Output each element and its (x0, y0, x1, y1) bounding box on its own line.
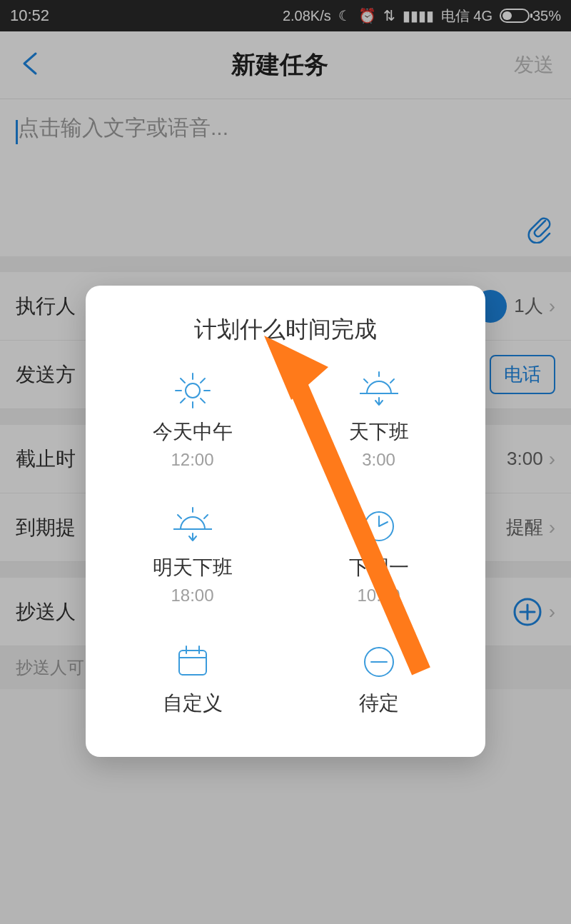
option-tomorrow-offwork[interactable]: 明天下班 18:00 (103, 503, 282, 606)
svg-line-6 (181, 378, 185, 383)
option-label: 明天下班 (153, 554, 233, 581)
svg-line-16 (178, 515, 181, 518)
option-time: 10:00 (357, 586, 400, 606)
time-picker-modal: 计划什么时间完成 今天中午 12:00 天下班 3:00 明 (86, 286, 485, 757)
option-label: 自定义 (163, 690, 223, 717)
screen: 10:52 2.08K/s ☾ ⏰ ⇅ ▮▮▮▮ 电信 4G 35% 新建任务 … (0, 0, 571, 924)
option-label: 待定 (359, 690, 399, 717)
clock-icon (354, 503, 404, 550)
svg-line-13 (390, 379, 394, 383)
option-time: 3:00 (362, 450, 395, 470)
option-label: 下周一 (349, 554, 409, 581)
svg-line-7 (201, 398, 205, 403)
calendar-icon (168, 638, 218, 686)
sunset-icon (354, 367, 404, 414)
svg-rect-19 (179, 651, 206, 675)
sun-icon (168, 367, 218, 414)
option-time: 12:00 (171, 450, 213, 470)
svg-line-17 (204, 515, 208, 518)
option-label: 今天中午 (153, 418, 233, 446)
svg-line-8 (181, 398, 185, 403)
sunset-icon (168, 503, 218, 550)
time-options-grid: 今天中午 12:00 天下班 3:00 明天下班 18:00 (103, 367, 468, 721)
option-time: 18:00 (171, 586, 213, 606)
option-label: 天下班 (349, 418, 409, 446)
modal-title: 计划什么时间完成 (103, 314, 468, 346)
option-custom[interactable]: 自定义 (103, 638, 282, 721)
svg-line-12 (364, 379, 368, 383)
minus-circle-icon (354, 638, 404, 686)
option-today-offwork[interactable]: 天下班 3:00 (289, 367, 468, 470)
option-pending[interactable]: 待定 (289, 638, 468, 721)
option-today-noon[interactable]: 今天中午 12:00 (103, 367, 282, 470)
option-next-monday[interactable]: 下周一 10:00 (289, 503, 468, 606)
svg-point-1 (186, 383, 200, 398)
svg-line-9 (201, 378, 205, 383)
